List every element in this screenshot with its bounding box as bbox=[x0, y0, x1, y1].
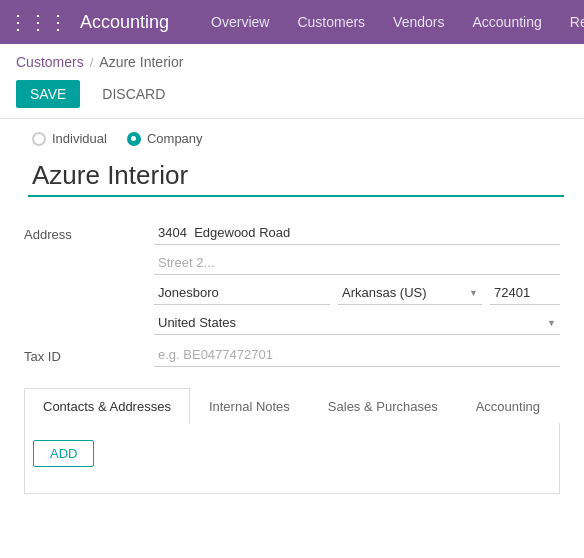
address-fields: Arkansas (US) United States bbox=[154, 221, 560, 335]
address-label: Address bbox=[24, 221, 154, 335]
radio-individual-circle bbox=[32, 132, 46, 146]
discard-button[interactable]: DISCARD bbox=[88, 80, 179, 108]
breadcrumb-current: Azure Interior bbox=[99, 54, 183, 70]
radio-individual-label: Individual bbox=[52, 131, 107, 146]
add-button[interactable]: ADD bbox=[33, 440, 94, 467]
city-state-zip-row: Arkansas (US) bbox=[154, 281, 560, 305]
tab-content: ADD bbox=[24, 424, 560, 494]
tax-id-input[interactable] bbox=[154, 343, 560, 367]
country-select[interactable]: United States bbox=[154, 311, 560, 335]
city-input[interactable] bbox=[154, 281, 330, 305]
state-select-wrapper: Arkansas (US) bbox=[338, 281, 482, 305]
tab-sales-purchases[interactable]: Sales & Purchases bbox=[309, 388, 457, 424]
nav-link-customers[interactable]: Customers bbox=[283, 0, 379, 44]
nav-link-vendors[interactable]: Vendors bbox=[379, 0, 458, 44]
nav-links: Overview Customers Vendors Accounting Re… bbox=[197, 0, 584, 44]
state-select[interactable]: Arkansas (US) bbox=[338, 281, 482, 305]
radio-company[interactable]: Company bbox=[127, 131, 203, 146]
tab-contacts-addresses[interactable]: Contacts & Addresses bbox=[24, 388, 190, 424]
tax-id-label: Tax ID bbox=[24, 343, 154, 367]
nav-link-overview[interactable]: Overview bbox=[197, 0, 283, 44]
tax-id-fields bbox=[154, 343, 560, 367]
app-brand: Accounting bbox=[80, 12, 169, 33]
address-row: Address Arkansas (US) United States bbox=[24, 221, 560, 335]
form-area: Individual Company Address Arkansas (US) bbox=[0, 118, 584, 494]
tabs-bar: Contacts & Addresses Internal Notes Sale… bbox=[24, 387, 560, 424]
nav-link-reporting[interactable]: Reporting bbox=[556, 0, 584, 44]
radio-company-label: Company bbox=[147, 131, 203, 146]
street2-input[interactable] bbox=[154, 251, 560, 275]
toolbar: SAVE DISCARD bbox=[0, 74, 584, 118]
zip-input[interactable] bbox=[490, 281, 560, 305]
company-name-input[interactable] bbox=[28, 158, 564, 197]
nav-link-accounting[interactable]: Accounting bbox=[458, 0, 555, 44]
grid-icon[interactable]: ⋮⋮⋮ bbox=[8, 10, 68, 34]
type-radio-group: Individual Company bbox=[24, 131, 560, 146]
breadcrumb-parent[interactable]: Customers bbox=[16, 54, 84, 70]
top-nav: ⋮⋮⋮ Accounting Overview Customers Vendor… bbox=[0, 0, 584, 44]
street1-input[interactable] bbox=[154, 221, 560, 245]
tab-accounting[interactable]: Accounting bbox=[457, 388, 559, 424]
tax-id-row: Tax ID bbox=[24, 343, 560, 367]
tab-internal-notes[interactable]: Internal Notes bbox=[190, 388, 309, 424]
country-select-wrapper: United States bbox=[154, 311, 560, 335]
save-button[interactable]: SAVE bbox=[16, 80, 80, 108]
radio-company-circle bbox=[127, 132, 141, 146]
breadcrumb: Customers / Azure Interior bbox=[0, 44, 584, 74]
radio-individual[interactable]: Individual bbox=[32, 131, 107, 146]
breadcrumb-separator: / bbox=[90, 55, 94, 70]
